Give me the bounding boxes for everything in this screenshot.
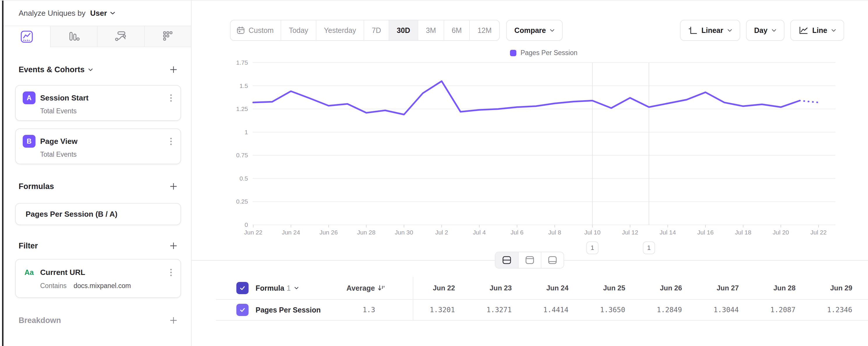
series-line-incomplete xyxy=(800,100,818,102)
column-header[interactable]: Jun 29 xyxy=(811,284,867,292)
line-chart[interactable]: 00.250.50.7511.251.51.75Jun 22Jun 24Jun … xyxy=(191,53,868,260)
add-event-button[interactable] xyxy=(168,64,179,76)
tab-funnels[interactable] xyxy=(50,26,97,47)
y-axis-label: 1.75 xyxy=(236,59,248,66)
select-all-checkbox[interactable] xyxy=(236,282,249,294)
event-measure[interactable]: Total Events xyxy=(16,148,181,164)
series-checkbox[interactable] xyxy=(236,304,249,316)
event-measure[interactable]: Total Events xyxy=(16,104,181,120)
formulas-section-header: Formulas xyxy=(19,180,179,193)
chart-settings-cluster: Linear Day Line xyxy=(680,20,844,41)
query-builder-sidebar: Analyze Uniques by User xyxy=(3,1,191,346)
x-axis-label: Jul 14 xyxy=(659,229,676,236)
interval-button[interactable]: Day xyxy=(746,20,784,41)
chevron-down-icon[interactable] xyxy=(294,287,299,289)
plus-icon xyxy=(169,316,178,324)
column-header[interactable]: Jun 25 xyxy=(584,284,640,292)
column-header[interactable]: Jun 26 xyxy=(640,284,697,292)
cell-value: 1.2849 xyxy=(640,306,697,314)
date-range-segmented-control: CustomTodayYesterday7D30D3M6M12M xyxy=(230,20,500,41)
tab-retention[interactable] xyxy=(144,26,191,47)
analyze-value-dropdown[interactable]: User xyxy=(90,9,107,18)
events-section-title: Events & Cohorts xyxy=(19,65,93,74)
report-type-tabs xyxy=(3,26,191,47)
calendar-icon xyxy=(236,26,245,35)
x-axis-label: Jul 10 xyxy=(584,229,600,236)
x-axis-label: Jun 30 xyxy=(395,229,413,236)
column-header[interactable]: Jun 24 xyxy=(527,284,584,292)
table-data-row[interactable]: Pages Per Session 1.3 1.32011.32711.4414… xyxy=(216,300,868,321)
filter-condition[interactable]: Contains docs.mixpanel.com xyxy=(16,278,181,297)
panel-edge-bar xyxy=(2,1,3,346)
chevron-down-icon xyxy=(772,29,776,32)
flows-icon xyxy=(114,30,127,43)
chevron-down-icon[interactable] xyxy=(88,68,93,71)
filter-card-current-url[interactable]: Aa Current URL Contains docs.mixpanel.co… xyxy=(15,259,181,298)
toggle-chart-view[interactable] xyxy=(518,252,541,268)
column-header[interactable]: Jun 28 xyxy=(754,284,811,292)
x-axis-label: Jun 26 xyxy=(319,229,338,236)
event-card-page-view[interactable]: B Page View Total Events xyxy=(15,128,181,164)
linear-scale-icon xyxy=(688,26,698,35)
tab-flows[interactable] xyxy=(97,26,144,47)
range-6m[interactable]: 6M xyxy=(444,20,469,40)
formula-card[interactable]: Pages Per Session (B / A) xyxy=(15,203,181,225)
formula-index: 1 xyxy=(287,284,291,292)
check-icon xyxy=(239,306,246,314)
column-header[interactable]: Jun 23 xyxy=(470,284,527,292)
toggle-split-view[interactable] xyxy=(495,252,518,268)
y-axis-label: 0.25 xyxy=(236,198,248,205)
add-filter-button[interactable] xyxy=(168,240,179,252)
column-header[interactable]: Jun 22 xyxy=(413,284,470,292)
table-day-headers: Jun 22Jun 23Jun 24Jun 25Jun 26Jun 27Jun … xyxy=(413,284,867,292)
filter-value[interactable]: docs.mixpanel.com xyxy=(74,282,131,290)
insights-app: Analyze Uniques by User xyxy=(0,0,868,346)
y-axis-label: 0 xyxy=(245,221,248,228)
line-chart-icon xyxy=(799,26,808,35)
average-header: Average xyxy=(346,284,375,292)
kebab-menu-icon[interactable] xyxy=(168,93,174,104)
x-axis-label: Jul 12 xyxy=(622,229,638,236)
axis-scale-button[interactable]: Linear xyxy=(680,20,740,41)
event-title: Session Start xyxy=(40,93,89,103)
chevron-down-icon xyxy=(727,29,732,32)
breakdown-section-title: Breakdown xyxy=(19,316,61,325)
kebab-menu-icon[interactable] xyxy=(168,136,174,147)
plus-icon xyxy=(169,65,178,74)
compare-button[interactable]: Compare xyxy=(506,20,563,41)
add-breakdown-button[interactable] xyxy=(168,315,179,326)
column-header[interactable]: Jun 27 xyxy=(697,284,754,292)
toggle-table-view[interactable] xyxy=(541,252,563,268)
x-axis-label: Jun 28 xyxy=(357,229,375,236)
y-axis-label: 0.75 xyxy=(236,152,248,158)
filter-operator[interactable]: Contains xyxy=(40,282,67,290)
range-30d[interactable]: 30D xyxy=(389,20,418,40)
check-icon xyxy=(239,284,246,292)
range-today[interactable]: Today xyxy=(281,20,316,40)
events-section-header: Events & Cohorts xyxy=(19,63,179,76)
chart-type-button[interactable]: Line xyxy=(790,20,844,41)
range-3m[interactable]: 3M xyxy=(418,20,444,40)
event-card-session-start[interactable]: A Session Start Total Events xyxy=(15,85,181,121)
retention-grid-icon xyxy=(161,30,174,43)
series-line[interactable] xyxy=(253,81,800,115)
range-7d[interactable]: 7D xyxy=(364,20,389,40)
x-axis-label: Jul 6 xyxy=(510,229,523,236)
range-yesterday[interactable]: Yesterday xyxy=(316,20,364,40)
x-axis-label: Jul 16 xyxy=(698,229,714,236)
formula-name[interactable]: Formula xyxy=(255,284,284,292)
range-custom[interactable]: Custom xyxy=(230,20,281,40)
table-row-label-cell: Pages Per Session 1.3 xyxy=(216,300,413,320)
tab-insights[interactable] xyxy=(3,26,50,47)
insights-line-icon xyxy=(20,30,33,44)
cell-value: 1.3650 xyxy=(584,306,640,314)
add-formula-button[interactable] xyxy=(168,180,179,192)
range-12m[interactable]: 12M xyxy=(469,20,499,40)
analyze-header: Analyze Uniques by User xyxy=(3,1,191,26)
chevron-down-icon xyxy=(110,11,115,15)
kebab-menu-icon[interactable] xyxy=(168,267,174,278)
breakdown-section-header: Breakdown xyxy=(19,314,179,326)
average-sort-control[interactable]: Average xyxy=(346,284,413,292)
series-name: Pages Per Session xyxy=(255,306,321,314)
formula-title: Pages Per Session (B / A) xyxy=(26,210,117,219)
